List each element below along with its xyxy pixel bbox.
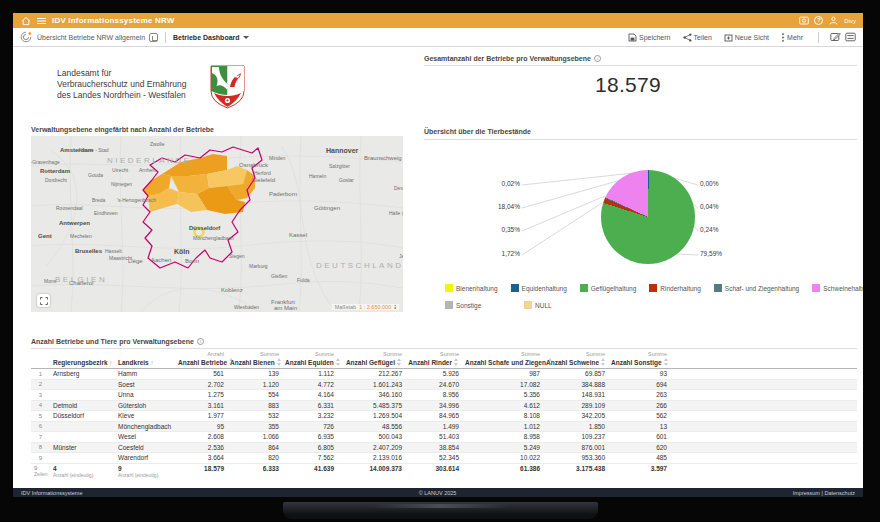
table-cell[interactable]: 8.108 bbox=[462, 411, 543, 422]
pie-callout[interactable]: 0,04% bbox=[700, 203, 718, 210]
table-cell[interactable]: 139 bbox=[227, 369, 282, 380]
new-view-button[interactable]: Neue Sicht bbox=[720, 33, 773, 42]
table-cell[interactable]: 562 bbox=[608, 411, 670, 422]
row-number[interactable]: 9 bbox=[31, 453, 50, 464]
table-cell[interactable]: Kleve bbox=[115, 411, 175, 422]
row-number[interactable]: 4 bbox=[31, 400, 50, 411]
table-cell[interactable]: 6.331 bbox=[282, 400, 337, 411]
table-cell[interactable]: 8.956 bbox=[405, 390, 462, 401]
story-title[interactable]: Übersicht Betriebe NRW allgemein bbox=[37, 34, 145, 41]
table-cell[interactable]: 601 bbox=[608, 432, 670, 443]
menu-icon[interactable] bbox=[36, 15, 47, 26]
save-button[interactable]: Speichern bbox=[624, 33, 675, 42]
table-cell[interactable]: 93 bbox=[608, 369, 670, 380]
table-row[interactable]: 2Soest2.7021.1204.7721.601.24324.67017.0… bbox=[31, 379, 857, 390]
legend-item[interactable]: Bienenhaltung bbox=[445, 284, 498, 292]
column-header[interactable]: Regierungsbezirk ↑ bbox=[50, 350, 115, 369]
table-cell[interactable]: 266 bbox=[608, 400, 670, 411]
table-row[interactable]: 8MünsterCoesfeld2.5368646.8052.407.20938… bbox=[31, 442, 857, 453]
legend-item[interactable]: Schaf- und Ziegenhaltung bbox=[714, 284, 799, 292]
sort-asc-icon[interactable]: ↑ bbox=[109, 359, 112, 366]
footer-links[interactable]: Impressum | Datenschutz bbox=[793, 490, 855, 496]
pie-chart[interactable] bbox=[601, 170, 695, 264]
table-cell[interactable]: 1.499 bbox=[405, 421, 462, 432]
table-cell[interactable]: 5.485.375 bbox=[337, 400, 405, 411]
table-cell[interactable]: 2.702 bbox=[175, 379, 227, 390]
table-cell[interactable]: Warendorf bbox=[115, 453, 175, 464]
table-cell[interactable]: 1.120 bbox=[227, 379, 282, 390]
table-cell[interactable]: 346.160 bbox=[337, 390, 405, 401]
table-cell[interactable]: 1.269.504 bbox=[337, 411, 405, 422]
table-cell[interactable]: 5.926 bbox=[405, 369, 462, 380]
table-cell[interactable]: 485 bbox=[608, 453, 670, 464]
comment-icon[interactable] bbox=[830, 32, 841, 42]
help-icon[interactable]: ? bbox=[814, 16, 823, 25]
info-icon[interactable]: i bbox=[594, 55, 601, 62]
table-cell[interactable]: Coesfeld bbox=[115, 442, 175, 453]
table-cell[interactable]: 3.161 bbox=[175, 400, 227, 411]
column-header[interactable]: Summe Anzahl Sonstige bbox=[608, 350, 670, 369]
table-cell[interactable]: 554 bbox=[227, 390, 282, 401]
sort-icon[interactable] bbox=[548, 358, 553, 366]
table-cell[interactable]: 1.275 bbox=[175, 390, 227, 401]
sort-asc-icon[interactable]: ↑ bbox=[151, 359, 154, 366]
share-button[interactable]: Teilen bbox=[679, 33, 716, 42]
table-cell[interactable]: 561 bbox=[175, 369, 227, 380]
table-cell[interactable]: 342.205 bbox=[543, 411, 608, 422]
table-cell[interactable] bbox=[50, 453, 115, 464]
table-cell[interactable]: 3.232 bbox=[282, 411, 337, 422]
table-cell[interactable]: 3.664 bbox=[175, 453, 227, 464]
table-cell[interactable]: 6.805 bbox=[282, 442, 337, 453]
table-cell[interactable]: 864 bbox=[227, 442, 282, 453]
table-cell[interactable]: 4.164 bbox=[282, 390, 337, 401]
pie-callout[interactable]: 1,72% bbox=[478, 250, 520, 257]
table-cell[interactable]: 17.082 bbox=[462, 379, 543, 390]
table-cell[interactable]: 48.556 bbox=[337, 421, 405, 432]
table-cell[interactable]: 1.601.243 bbox=[337, 379, 405, 390]
map-more-icon[interactable]: ⁝ bbox=[394, 304, 396, 310]
table-cell[interactable]: 7.562 bbox=[282, 453, 337, 464]
sort-icon[interactable] bbox=[454, 358, 459, 366]
table-cell[interactable]: Unna bbox=[115, 390, 175, 401]
table-cell[interactable]: Arnsberg bbox=[50, 369, 115, 380]
map-panel[interactable]: NIEDERLANDEBELGIENDEUTSCHLAND ZwolleAmst… bbox=[31, 136, 403, 312]
table-row[interactable]: 4DetmoldGütersloh3.1618836.3315.485.3753… bbox=[31, 400, 857, 411]
column-header[interactable]: Anzahl Anzahl Betriebe bbox=[175, 350, 227, 369]
sort-icon[interactable] bbox=[397, 358, 402, 366]
table-cell[interactable]: 13 bbox=[608, 421, 670, 432]
pie-callout[interactable]: 79,59% bbox=[700, 250, 722, 257]
row-number[interactable]: 1 bbox=[31, 369, 50, 380]
table-cell[interactable]: 2.407.209 bbox=[337, 442, 405, 453]
row-number[interactable]: 3 bbox=[31, 390, 50, 401]
table-cell[interactable]: 84.965 bbox=[405, 411, 462, 422]
table-cell[interactable]: 5.356 bbox=[462, 390, 543, 401]
row-number[interactable]: 5 bbox=[31, 411, 50, 422]
screenshot-icon[interactable] bbox=[798, 15, 809, 26]
table-cell[interactable]: 953.360 bbox=[543, 453, 608, 464]
row-number[interactable]: 8 bbox=[31, 442, 50, 453]
table-row[interactable]: 7Wesel2.6081.0666.935500.04351.4038.9581… bbox=[31, 432, 857, 443]
table-cell[interactable]: 620 bbox=[608, 442, 670, 453]
table-cell[interactable]: 6.935 bbox=[282, 432, 337, 443]
column-header[interactable]: Landkreis ↑ bbox=[115, 350, 175, 369]
sort-icon[interactable] bbox=[229, 358, 234, 366]
table-cell[interactable]: Gütersloh bbox=[115, 400, 175, 411]
legend-item[interactable]: NULL bbox=[524, 301, 590, 309]
legend-item[interactable]: Sonstige bbox=[445, 301, 511, 309]
table-cell[interactable]: 1.977 bbox=[175, 411, 227, 422]
story-variant-badge-icon[interactable] bbox=[149, 33, 158, 42]
table-cell[interactable]: 355 bbox=[227, 421, 282, 432]
row-number[interactable]: 6 bbox=[31, 421, 50, 432]
user-icon[interactable] bbox=[828, 15, 839, 26]
table-cell[interactable]: 52.345 bbox=[405, 453, 462, 464]
table-cell[interactable]: 1.850 bbox=[543, 421, 608, 432]
legend-item[interactable]: Schweinehaltung bbox=[812, 284, 863, 292]
column-header[interactable]: Summe Anzahl Equiden bbox=[282, 350, 337, 369]
table-cell[interactable]: 263 bbox=[608, 390, 670, 401]
list-icon[interactable] bbox=[845, 32, 856, 42]
table-cell[interactable]: 109.237 bbox=[543, 432, 608, 443]
table-cell[interactable]: Münster bbox=[50, 442, 115, 453]
table-cell[interactable]: 532 bbox=[227, 411, 282, 422]
table-cell[interactable]: 883 bbox=[227, 400, 282, 411]
table-cell[interactable]: 1.066 bbox=[227, 432, 282, 443]
